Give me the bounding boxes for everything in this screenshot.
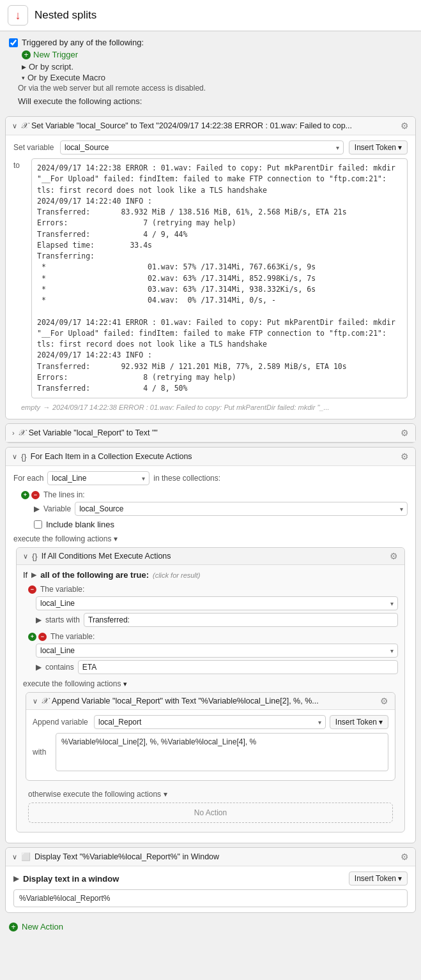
set-variable-report-title: Set Variable "local_Report" to Text "" bbox=[29, 428, 158, 437]
with-row: with %Variable%local_Line[2], %, %Variab… bbox=[33, 733, 388, 771]
append-label: Append variable bbox=[33, 718, 90, 727]
append-collapse-toggle[interactable]: ∨ bbox=[33, 697, 38, 705]
triggered-label: Triggered by any of the following: bbox=[22, 38, 144, 47]
for-each-var-name: local_Line bbox=[52, 474, 86, 483]
condition2-var-row: local_Line ▾ bbox=[36, 644, 398, 658]
display-gear-icon[interactable]: ⚙ bbox=[401, 852, 409, 862]
remove-condition2-button[interactable]: − bbox=[38, 633, 47, 641]
variable-select[interactable]: local_Source ▾ bbox=[60, 140, 344, 155]
set-variable-source-body: Set variable local_Source ▾ Insert Token… bbox=[6, 135, 415, 419]
header: ↓ Nested splits bbox=[0, 0, 421, 31]
empty-label: empty bbox=[21, 403, 40, 411]
variable-row: ▶ Variable local_Source ▾ bbox=[34, 502, 408, 516]
text-content-box[interactable]: 2024/09/17 14:22:38 ERROR : 01.wav: Fail… bbox=[31, 158, 408, 398]
insert-token-arrow: ▾ bbox=[398, 143, 402, 152]
condition2-var-select[interactable]: local_Line ▾ bbox=[36, 644, 398, 658]
triangle-down-icon: ▾ bbox=[22, 75, 25, 81]
collapse-toggle-report[interactable]: › bbox=[12, 429, 15, 437]
condition2-var-value: local_Line bbox=[40, 646, 75, 655]
append-block: ∨ 𝒳 Append Variable "local_Report" with … bbox=[26, 692, 395, 781]
append-var-select[interactable]: local_Report ▾ bbox=[94, 715, 326, 729]
include-blank-row: Include blank lines bbox=[34, 520, 408, 529]
for-each-body: For each local_Line ▾ in these collectio… bbox=[6, 466, 415, 843]
remove-condition1-button[interactable]: − bbox=[28, 585, 36, 594]
include-blank-checkbox[interactable] bbox=[34, 520, 42, 529]
if-collapse-toggle[interactable]: ∨ bbox=[23, 552, 28, 561]
contains-operator-label: contains bbox=[45, 663, 74, 672]
display-title: Display Text "%Variable%local_Report%" i… bbox=[34, 852, 219, 861]
for-each-var-select[interactable]: local_Line ▾ bbox=[47, 471, 149, 485]
set-variable-row: Set variable local_Source ▾ Insert Token… bbox=[13, 140, 408, 155]
collapse-toggle[interactable]: ∨ bbox=[12, 122, 17, 130]
gear-icon-foreach[interactable]: ⚙ bbox=[401, 451, 409, 462]
add-line-button[interactable]: + bbox=[21, 491, 29, 499]
lines-header: + − The lines in: bbox=[21, 490, 408, 499]
select-arrow-icon: ▾ bbox=[336, 144, 339, 151]
gear-icon[interactable]: ⚙ bbox=[401, 121, 409, 131]
for-each-label: For each bbox=[13, 474, 43, 483]
page-wrapper: ↓ Nested splits Triggered by any of the … bbox=[0, 0, 421, 937]
if-gear-icon[interactable]: ⚙ bbox=[390, 551, 398, 561]
display-label-row: ▶ Display text in a window Insert Token … bbox=[13, 871, 408, 886]
append-script-icon: 𝒳 bbox=[42, 696, 48, 706]
triangle-right-icon: ▶ bbox=[22, 64, 26, 70]
add-condition2-button[interactable]: + bbox=[28, 633, 36, 641]
condition1-value[interactable]: Transferred: bbox=[84, 613, 398, 627]
remove-line-button[interactable]: − bbox=[31, 491, 40, 499]
condition2-value[interactable]: ETA bbox=[78, 660, 398, 674]
down-arrow-icon: ↓ bbox=[15, 9, 21, 22]
if-label: If bbox=[23, 570, 27, 580]
contains-row: ▶ contains ETA bbox=[36, 660, 398, 674]
set-variable-report-header: › 𝒳 Set Variable "local_Report" to Text … bbox=[6, 424, 415, 442]
append-gear-icon[interactable]: ⚙ bbox=[380, 696, 388, 706]
condition1-var-select[interactable]: local_Line ▾ bbox=[36, 596, 398, 610]
append-insert-token-button[interactable]: Insert Token ▾ bbox=[330, 715, 388, 729]
if-all-row: If ▶ all of the following are true: (cli… bbox=[23, 570, 398, 580]
variable-select-arrow: ▾ bbox=[400, 506, 403, 513]
triangle-up-icon: ▶ bbox=[31, 571, 36, 579]
execute-actions-label: execute the following actions bbox=[23, 679, 121, 688]
set-variable-report-block: › 𝒳 Set Variable "local_Report" to Text … bbox=[5, 423, 416, 443]
condition1-label: The variable: bbox=[40, 585, 84, 594]
with-text-box[interactable]: %Variable%local_Line[2], %, %Variable%lo… bbox=[56, 733, 388, 771]
lines-label: The lines in: bbox=[43, 490, 85, 499]
gear-icon-report[interactable]: ⚙ bbox=[401, 428, 409, 438]
triggered-checkbox[interactable] bbox=[9, 38, 18, 47]
variable-name: local_Source bbox=[65, 143, 109, 152]
header-icon-box: ↓ bbox=[8, 5, 28, 26]
operator-label: starts with bbox=[45, 615, 80, 624]
curly-brace-icon: {} bbox=[21, 452, 27, 462]
display-text-label: ▶ bbox=[13, 874, 19, 883]
collapse-toggle-foreach[interactable]: ∨ bbox=[12, 453, 17, 461]
or-by-script-label: Or by script. bbox=[29, 62, 73, 72]
display-body: ▶ Display text in a window Insert Token … bbox=[6, 866, 415, 912]
page-title: Nested splits bbox=[34, 9, 96, 22]
display-window-icon: ⬜ bbox=[21, 852, 31, 861]
if-title: If All Conditions Met Execute Actions bbox=[42, 552, 171, 561]
insert-token-button[interactable]: Insert Token ▾ bbox=[349, 140, 408, 155]
no-action-label: No Action bbox=[194, 808, 227, 817]
condition2-row: + − The variable: bbox=[28, 632, 398, 641]
new-trigger-button[interactable]: + New Trigger bbox=[22, 50, 412, 59]
new-action-label: New Action bbox=[22, 922, 63, 931]
or-by-macro-row[interactable]: ▾ Or by Execute Macro bbox=[22, 73, 412, 82]
or-by-script-row[interactable]: ▶ Or by script. bbox=[22, 62, 412, 72]
in-collections-label: in these collections: bbox=[153, 474, 220, 483]
display-text-value[interactable]: %Variable%local_Report% bbox=[13, 889, 408, 907]
if-body: If ▶ all of the following are true: (cli… bbox=[17, 565, 404, 832]
new-action-plus-icon: + bbox=[9, 923, 18, 931]
variable-select-source[interactable]: local_Source ▾ bbox=[75, 502, 408, 516]
otherwise-text: otherwise execute the following actions bbox=[28, 790, 161, 799]
display-insert-token-button[interactable]: Insert Token ▾ bbox=[349, 871, 408, 886]
new-trigger-label: New Trigger bbox=[33, 50, 78, 59]
arrow-icon: → bbox=[43, 403, 50, 411]
trigger-section: Triggered by any of the following: + New… bbox=[0, 31, 421, 112]
execute-actions-arrow: ▾ bbox=[123, 680, 127, 688]
variable-source-value: local_Source bbox=[79, 504, 123, 513]
script-x-icon-report: 𝒳 bbox=[19, 428, 25, 438]
new-action-row[interactable]: + New Action bbox=[0, 917, 421, 937]
if-block: ∨ {} If All Conditions Met Execute Actio… bbox=[16, 547, 405, 833]
otherwise-arrow: ▾ bbox=[164, 790, 167, 799]
condition1-row: − The variable: bbox=[28, 585, 398, 594]
display-collapse-toggle[interactable]: ∨ bbox=[12, 853, 17, 861]
